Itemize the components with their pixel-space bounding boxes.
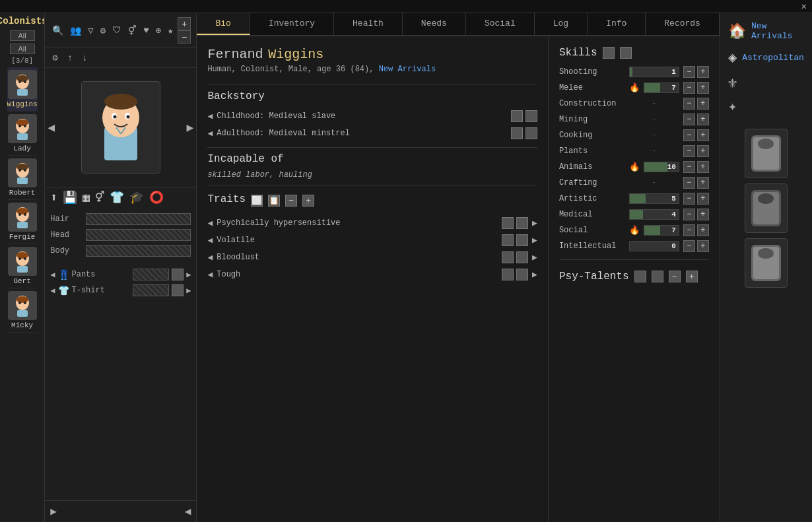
trait-icon-b-3[interactable]	[516, 269, 528, 280]
tab-social[interactable]: Social	[466, 13, 535, 35]
colonist-item-micky[interactable]: Micky	[7, 288, 38, 333]
zoom-out-button[interactable]: −	[178, 30, 191, 44]
colonist-item-fergie[interactable]: Fergie	[7, 200, 38, 244]
trait-nav-right-2[interactable]: ▶	[532, 252, 537, 263]
trait-nav-right-3[interactable]: ▶	[532, 269, 537, 280]
trait-icon-b-0[interactable]	[516, 217, 528, 229]
skill-minus-8[interactable]: −	[683, 193, 695, 205]
skill-minus-3[interactable]: −	[683, 114, 695, 125]
trait-icon-a-2[interactable]	[502, 251, 514, 263]
equip-shirt-icon[interactable]: 👕	[110, 190, 124, 205]
skill-minus-2[interactable]: −	[683, 98, 695, 110]
char-faction-link[interactable]: New Arrivals	[379, 65, 436, 74]
shield-icon[interactable]: 🛡	[110, 24, 123, 37]
skill-plus-3[interactable]: +	[697, 114, 709, 125]
trait-nav-2[interactable]: ◀	[207, 252, 213, 263]
close-button[interactable]: ✕	[801, 1, 807, 12]
equip-stripe-icon[interactable]: ▦	[83, 190, 90, 205]
traits-cube-btn[interactable]: ⬜	[251, 195, 263, 207]
equip-save-icon[interactable]: 💾	[63, 190, 77, 205]
skill-minus-6[interactable]: −	[683, 161, 695, 173]
equip-upload-icon[interactable]: ⬆	[50, 190, 57, 205]
equip-hat-icon[interactable]: 🎓	[129, 190, 144, 205]
equip-shirt-box[interactable]	[172, 284, 184, 296]
skill-plus-10[interactable]: +	[697, 224, 709, 236]
skills-copy-btn[interactable]	[620, 47, 632, 59]
trait-nav-right-1[interactable]: ▶	[532, 235, 537, 245]
trait-icon-b-1[interactable]	[516, 234, 528, 246]
gender-icon[interactable]: ⚥	[126, 24, 139, 38]
bottom-nav-left[interactable]: ▶	[50, 505, 57, 518]
tab-needs[interactable]: Needs	[403, 13, 466, 35]
bs-icon-4[interactable]	[525, 127, 537, 139]
equip-gender-icon[interactable]: ⚥	[95, 191, 104, 204]
skill-plus-8[interactable]: +	[697, 193, 709, 205]
skill-plus-2[interactable]: +	[697, 98, 709, 110]
skill-minus-0[interactable]: −	[683, 66, 695, 78]
skill-plus-6[interactable]: +	[697, 161, 709, 173]
filter-all-2[interactable]: All	[10, 44, 35, 54]
skill-minus-10[interactable]: −	[683, 224, 695, 236]
settings-icon[interactable]: ⚙	[98, 24, 108, 38]
star-icon[interactable]: ★	[166, 24, 175, 38]
down-icon[interactable]: ↓	[80, 51, 89, 65]
filter-icon[interactable]: ▽	[86, 24, 95, 38]
tab-log[interactable]: Log	[535, 13, 588, 35]
bs-icon-1[interactable]	[511, 110, 523, 122]
equip-shirt-nav-right[interactable]: ▶	[186, 286, 191, 296]
trait-nav-1[interactable]: ◀	[207, 235, 213, 245]
trait-icon-b-2[interactable]	[516, 251, 528, 263]
traits-plus-btn[interactable]: +	[302, 195, 314, 207]
skill-minus-5[interactable]: −	[683, 145, 695, 157]
heart-icon[interactable]: ♥	[141, 24, 151, 37]
person-icon[interactable]: 👥	[68, 24, 83, 38]
equip-pants-box[interactable]	[172, 269, 184, 280]
gear2-icon[interactable]: ⚙	[50, 51, 59, 65]
bs-icon-2[interactable]	[525, 110, 537, 122]
traits-copy-btn[interactable]: 📋	[268, 195, 280, 207]
skill-plus-11[interactable]: +	[697, 240, 709, 252]
skill-plus-4[interactable]: +	[697, 129, 709, 141]
zoom-in-button[interactable]: +	[178, 17, 191, 30]
skill-minus-9[interactable]: −	[683, 209, 695, 220]
skill-plus-9[interactable]: +	[697, 209, 709, 220]
colonist-item-gert[interactable]: Gert	[7, 244, 38, 288]
skill-plus-5[interactable]: +	[697, 145, 709, 157]
colonist-item-lady[interactable]: Lady	[7, 112, 38, 156]
skill-plus-0[interactable]: +	[697, 66, 709, 78]
tab-health[interactable]: Health	[334, 13, 403, 35]
faction-astropolitan[interactable]: ◈ Astropolitan	[728, 49, 804, 67]
search-icon[interactable]: 🔍	[50, 24, 65, 38]
skill-minus-11[interactable]: −	[683, 240, 695, 252]
filter-all-1[interactable]: All	[10, 30, 35, 41]
equip-pants-nav-left[interactable]: ◀	[50, 270, 55, 280]
tab-info[interactable]: Info	[588, 13, 646, 35]
psy-copy-btn[interactable]	[652, 271, 663, 282]
globe-icon[interactable]: ⊕	[154, 24, 163, 38]
psy-plus-btn[interactable]: +	[686, 271, 698, 282]
trait-icon-a-0[interactable]	[502, 217, 514, 229]
trait-icon-a-3[interactable]	[502, 269, 514, 280]
tab-inventory[interactable]: Inventory	[250, 13, 334, 35]
backstory-childhood-nav[interactable]: ◀	[207, 111, 213, 121]
up-icon[interactable]: ↑	[65, 51, 75, 65]
trait-nav-0[interactable]: ◀	[207, 218, 213, 228]
equip-ring-icon[interactable]: ⭕	[149, 190, 164, 205]
faction-new-arrivals[interactable]: 🏠 New Arrivals	[728, 21, 804, 41]
psy-cube-btn[interactable]	[634, 271, 646, 282]
tab-records[interactable]: Records	[646, 13, 720, 35]
skill-minus-7[interactable]: −	[683, 177, 695, 189]
equip-shirt-nav-left[interactable]: ◀	[50, 286, 55, 296]
skill-minus-4[interactable]: −	[683, 129, 695, 141]
char-nav-left[interactable]: ◀	[48, 120, 55, 135]
bottom-nav-right[interactable]: ◀	[185, 505, 191, 518]
trait-nav-right-0[interactable]: ▶	[532, 218, 537, 228]
traits-minus-btn[interactable]: −	[285, 195, 297, 207]
trait-nav-3[interactable]: ◀	[207, 269, 213, 280]
equip-pants-nav-right[interactable]: ▶	[186, 270, 191, 280]
colonist-item-robert[interactable]: Robert	[7, 156, 38, 200]
skill-plus-1[interactable]: +	[697, 82, 709, 94]
trait-icon-a-1[interactable]	[502, 234, 514, 246]
backstory-adulthood-nav[interactable]: ◀	[207, 128, 213, 139]
colonist-item-wiggins[interactable]: Wiggins	[7, 67, 38, 112]
